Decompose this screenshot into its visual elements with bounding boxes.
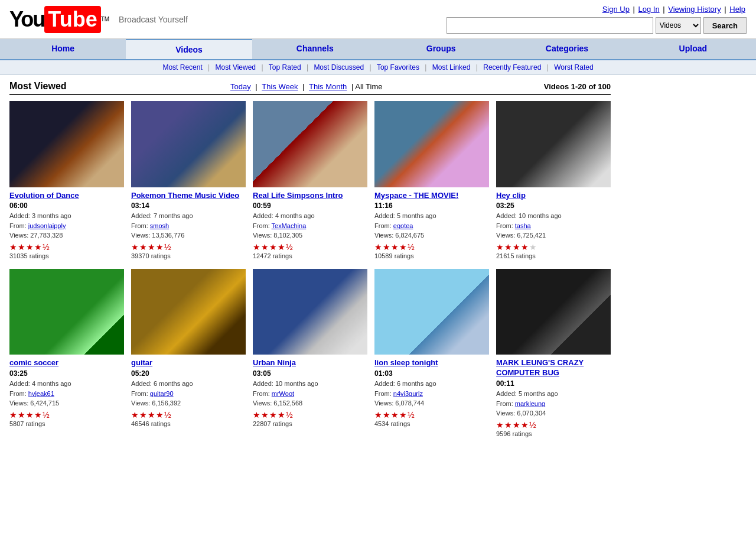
sep: | [208, 63, 210, 72]
video-ratings-5: 21615 ratings [496, 252, 611, 259]
subnav-recently-featured[interactable]: Recently Featured [483, 63, 541, 72]
video-item-8: Urban Ninja 03:05 Added: 10 months ago F… [253, 269, 367, 437]
video-meta-8: Added: 10 months ago From: mrWoot Views:… [253, 379, 367, 408]
video-duration-1: 06:00 [9, 202, 124, 210]
video-title-5[interactable]: Hey clip [496, 191, 611, 201]
video-title-10[interactable]: MARK LEUNG'S CRAZY COMPUTER BUG [496, 358, 611, 378]
video-title-2[interactable]: Pokemon Theme Music Video [131, 191, 246, 201]
video-thumb-9[interactable] [374, 269, 489, 355]
video-thumb-1[interactable] [9, 101, 124, 187]
sign-up-link[interactable]: Sign Up [602, 5, 630, 14]
video-item-5: Hey clip 03:25 Added: 10 months ago From… [496, 101, 611, 259]
video-count: Videos 1-20 of 100 [544, 82, 611, 91]
video-stars-2: ★★★★½ [131, 242, 246, 252]
video-title-7[interactable]: guitar [131, 358, 246, 368]
video-title-4[interactable]: Myspace - THE MOVIE! [374, 191, 489, 201]
video-title-6[interactable]: comic soccer [9, 358, 124, 368]
sub-nav: Most Recent | Most Viewed | Top Rated | … [0, 60, 756, 75]
video-item-6: comic soccer 03:25 Added: 4 months ago F… [9, 269, 124, 437]
video-author-7[interactable]: guitar90 [150, 390, 174, 397]
subnav-top-rated[interactable]: Top Rated [269, 63, 301, 72]
logo-tube: Tube [44, 6, 100, 33]
video-duration-6: 03:25 [9, 369, 124, 378]
video-author-3[interactable]: TexMachina [272, 222, 307, 229]
filter-this-week[interactable]: This Week [262, 82, 298, 91]
log-in-link[interactable]: Log In [638, 5, 660, 14]
video-thumb-6[interactable] [9, 269, 124, 355]
video-ratings-4: 10589 ratings [374, 252, 489, 259]
video-thumb-7[interactable] [131, 269, 246, 355]
video-item-4: Myspace - THE MOVIE! 11:16 Added: 5 mont… [374, 101, 489, 259]
video-author-6[interactable]: hvjeak61 [28, 390, 54, 397]
video-thumb-2[interactable] [131, 101, 246, 187]
video-author-1[interactable]: judsonlaipply [28, 222, 66, 229]
video-author-8[interactable]: mrWoot [272, 390, 294, 397]
video-stars-9: ★★★★½ [374, 410, 489, 420]
logo[interactable]: YouTubeTM [9, 6, 109, 33]
video-grid-row1: Evolution of Dance 06:00 Added: 3 months… [9, 101, 611, 259]
video-thumb-10[interactable] [496, 269, 611, 355]
video-author-9[interactable]: n4vi3gurlz [393, 390, 423, 397]
video-thumb-5[interactable] [496, 101, 611, 187]
video-thumb-8[interactable] [253, 269, 367, 355]
video-ratings-8: 22807 ratings [253, 420, 367, 427]
video-item-2: Pokemon Theme Music Video 03:14 Added: 7… [131, 101, 246, 259]
video-author-5[interactable]: tasha [515, 222, 531, 229]
subnav-worst-rated[interactable]: Worst Rated [554, 63, 593, 72]
tagline: Broadcast Yourself [119, 15, 188, 24]
video-stars-7: ★★★★½ [131, 410, 246, 420]
sep: | [476, 63, 478, 72]
logo-tm: TM [101, 16, 109, 22]
subnav-most-discussed[interactable]: Most Discussed [314, 63, 364, 72]
nav-tabs: Home Videos Channels Groups Categories U… [0, 39, 756, 60]
sep: | [307, 63, 308, 72]
video-meta-10: Added: 5 months ago From: markleung View… [496, 389, 611, 418]
sep: | [261, 63, 263, 72]
tab-home[interactable]: Home [0, 39, 126, 59]
search-input[interactable] [447, 17, 653, 34]
logo-area: YouTubeTM Broadcast Yourself [9, 6, 188, 33]
search-type-select[interactable]: Videos Channels Playlists [656, 17, 701, 34]
tab-categories[interactable]: Categories [504, 39, 630, 59]
video-meta-3: Added: 4 months ago From: TexMachina Vie… [253, 211, 367, 241]
video-thumb-3[interactable] [253, 101, 367, 187]
video-ratings-9: 4534 ratings [374, 420, 489, 427]
search-button[interactable]: Search [703, 17, 747, 34]
video-item-7: guitar 05:20 Added: 6 months ago From: g… [131, 269, 246, 437]
filter-today[interactable]: Today [230, 82, 251, 91]
video-item-3: Real Life Simpsons Intro 00:59 Added: 4 … [253, 101, 367, 259]
video-title-1[interactable]: Evolution of Dance [9, 191, 124, 201]
viewing-history-link[interactable]: Viewing History [668, 5, 721, 14]
header-right: Sign Up | Log In | Viewing History | Hel… [447, 5, 747, 34]
video-duration-5: 03:25 [496, 202, 611, 210]
search-bar: Videos Channels Playlists Search [447, 17, 747, 34]
help-link[interactable]: Help [729, 5, 745, 14]
video-author-10[interactable]: markleung [515, 400, 545, 407]
section-title: Most Viewed [9, 81, 67, 92]
header-links: Sign Up | Log In | Viewing History | Hel… [601, 5, 747, 14]
subnav-most-recent[interactable]: Most Recent [162, 63, 202, 72]
video-meta-6: Added: 4 months ago From: hvjeak61 Views… [9, 379, 124, 408]
tab-groups[interactable]: Groups [378, 39, 504, 59]
video-author-4[interactable]: eqotea [393, 222, 413, 229]
sep: | [369, 63, 371, 72]
video-duration-2: 03:14 [131, 202, 246, 210]
video-title-8[interactable]: Urban Ninja [253, 358, 367, 368]
subnav-most-viewed[interactable]: Most Viewed [216, 63, 256, 72]
video-title-3[interactable]: Real Life Simpsons Intro [253, 191, 367, 201]
video-author-2[interactable]: smosh [150, 222, 169, 229]
header: YouTubeTM Broadcast Yourself Sign Up | L… [0, 0, 756, 39]
video-item-10: MARK LEUNG'S CRAZY COMPUTER BUG 00:11 Ad… [496, 269, 611, 437]
video-stars-1: ★★★★½ [9, 242, 124, 252]
video-title-9[interactable]: lion sleep tonight [374, 358, 489, 368]
video-meta-1: Added: 3 months ago From: judsonlaipply … [9, 211, 124, 241]
tab-channels[interactable]: Channels [252, 39, 378, 59]
subnav-most-linked[interactable]: Most Linked [432, 63, 471, 72]
main-content: Most Viewed Today | This Week | This Mon… [0, 75, 620, 453]
video-stars-4: ★★★★½ [374, 242, 489, 252]
tab-upload[interactable]: Upload [630, 39, 756, 59]
video-thumb-4[interactable] [374, 101, 489, 187]
subnav-top-favorites[interactable]: Top Favorites [377, 63, 419, 72]
tab-videos[interactable]: Videos [126, 39, 252, 59]
filter-this-month[interactable]: This Month [309, 82, 347, 91]
